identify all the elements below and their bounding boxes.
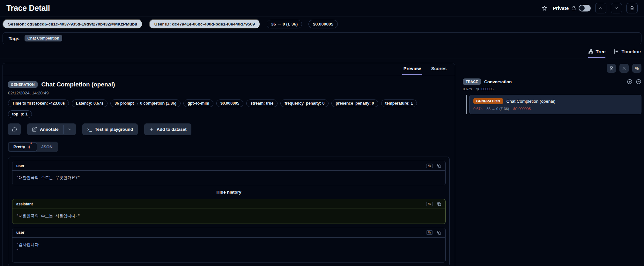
public-toggle[interactable] [579, 5, 591, 11]
metrics-toggle-button[interactable]: % [632, 64, 641, 73]
lock-icon [571, 5, 576, 11]
cost-pill: $0.000005 [308, 20, 338, 28]
tags-box: Tags Chat Competition [3, 32, 641, 44]
circle-minus-icon [636, 79, 641, 85]
trace-tree-panel: % TRACE Conversation [463, 63, 641, 114]
topbar: Trace Detail Private [0, 0, 644, 17]
badge-time-to-first-token: Time to first token: -423.00s [8, 100, 69, 107]
generation-node-header: GENERATION Chat Completion (openai) [473, 98, 637, 104]
tree-toolbar: % [463, 64, 641, 73]
tab-pretty[interactable]: Pretty ✦✦ [9, 143, 37, 151]
plus-icon [149, 127, 154, 132]
message-role: user [16, 230, 24, 235]
star-icon [541, 5, 548, 11]
copy-button[interactable] [437, 163, 441, 168]
view-tabs: Tree Timeline [0, 46, 644, 58]
badge-token-usage: 36 prompt → 0 completion (Σ 36) [110, 100, 181, 107]
trash-icon [629, 5, 635, 11]
terminal-icon: >_ [87, 127, 92, 132]
session-pill[interactable]: Session: cd3abcd6-c81c-4037-935d-19d9f27… [3, 19, 143, 29]
badge-presence-penalty: presence_penalty: 0 [331, 100, 378, 107]
page-title: Trace Detail [6, 4, 50, 13]
previous-trace-button[interactable] [595, 3, 606, 13]
generation-node-card[interactable]: GENERATION Chat Completion (openai) 0.67… [469, 95, 641, 114]
markdown-toggle-icon[interactable]: M↓ [426, 164, 433, 168]
delete-trace-button[interactable] [626, 3, 638, 13]
expand-all-button[interactable] [627, 79, 633, 85]
hide-history-button[interactable]: Hide history [216, 190, 241, 195]
annotate-split-button: Annotate [27, 123, 76, 135]
observation-header: GENERATION Chat Completion (openai) [8, 81, 450, 88]
bookmark-star-button[interactable] [541, 5, 548, 11]
trace-type-badge: TRACE [463, 78, 481, 85]
collapse-all-button[interactable] [619, 64, 629, 73]
tab-pretty-label: Pretty [13, 144, 25, 149]
observation-badges-row-1: Time to first token: -423.00s Latency: 0… [8, 100, 450, 107]
tree-expand-controls [627, 79, 641, 85]
annotate-label: Annotate [40, 127, 59, 132]
node-cost: $0.000005 [513, 107, 530, 111]
badge-cost: $0.000005 [216, 100, 243, 107]
percent-icon: % [635, 66, 639, 71]
tab-preview[interactable]: Preview [402, 66, 422, 75]
annotate-button[interactable]: Annotate [27, 123, 63, 135]
generation-node-title: Chat Completion (openai) [507, 99, 556, 104]
test-in-playground-button[interactable]: >_ Test in playground [82, 123, 138, 135]
timeline-icon [614, 49, 619, 54]
pen-square-icon [32, 127, 37, 132]
next-trace-button[interactable] [611, 3, 622, 13]
user-id-pill[interactable]: User ID: dc47a41e-06bc-400d-bde1-f0e440d… [149, 19, 260, 29]
observation-card: Preview Scores GENERATION Chat Completio… [3, 63, 455, 266]
privacy-label: Private [553, 5, 569, 11]
tree-icon [588, 49, 594, 54]
message-content: "대한민국의 수도는 무엇인가요?" [12, 171, 445, 185]
format-tabs: Pretty ✦✦ JSON [8, 142, 58, 152]
annotate-dropdown-button[interactable] [64, 123, 76, 135]
tab-timeline[interactable]: Timeline [614, 49, 641, 58]
trace-cost: $0.000005 [476, 87, 493, 91]
message-role: assistant [16, 202, 33, 206]
generation-node-metrics: 0.67s 36 → 0 (Σ 36) $0.000005 [473, 107, 637, 111]
badge-model[interactable]: gpt-4o-mini [183, 100, 213, 107]
chevron-up-icon [598, 5, 603, 11]
badge-top-p: top_p: 1 [8, 110, 32, 118]
message-role: user [16, 164, 24, 168]
comments-button[interactable] [8, 123, 21, 135]
add-to-dataset-button[interactable]: Add to dataset [144, 123, 191, 135]
badge-temperature: temperature: 1 [381, 100, 417, 107]
message-tools: M↓ [426, 230, 441, 235]
message-header: user M↓ [12, 161, 445, 171]
badge-frequency-penalty: frequency_penalty: 0 [280, 100, 329, 107]
panel-tabs: Preview Scores [3, 63, 455, 75]
copy-icon [437, 202, 441, 206]
token-usage-pill: 36 → 0 (Σ 36) [267, 20, 302, 28]
trace-meta-row: Session: cd3abcd6-c81c-4037-935d-19d9f27… [0, 17, 644, 31]
trace-root-row[interactable]: TRACE Conversation [463, 78, 641, 85]
circle-plus-icon [627, 79, 633, 85]
trace-root-label: TRACE Conversation [463, 78, 512, 85]
trace-root-metrics: 0.67s $0.000005 [463, 87, 641, 91]
observation-badges-row-2: top_p: 1 [8, 110, 450, 118]
message-tools: M↓ [426, 202, 441, 206]
tab-json[interactable]: JSON [37, 143, 57, 151]
markdown-toggle-icon[interactable]: M↓ [426, 230, 433, 235]
message-header: user M↓ [12, 228, 445, 238]
observation-title: Chat Completion (openai) [41, 81, 115, 88]
tab-scores[interactable]: Scores [430, 66, 448, 75]
copy-button[interactable] [437, 230, 441, 235]
observation-body: GENERATION Chat Completion (openai) 02/1… [3, 75, 455, 266]
message-tools: M↓ [426, 163, 441, 168]
message-content: "대한민국의 수도는 서울입니다." [12, 209, 445, 223]
badge-latency: Latency: 0.67s [72, 100, 107, 107]
tag-chat-competition[interactable]: Chat Competition [25, 35, 62, 41]
scores-toggle-button[interactable] [607, 64, 616, 73]
tab-tree-label: Tree [596, 49, 606, 54]
comment-bubble-icon [12, 127, 17, 132]
trace-latency: 0.67s [463, 87, 472, 91]
tab-tree[interactable]: Tree [588, 49, 606, 58]
copy-button[interactable] [437, 202, 441, 206]
markdown-toggle-icon[interactable]: M↓ [426, 202, 433, 206]
privacy-control: Private [553, 5, 591, 11]
message-header: assistant M↓ [12, 199, 445, 209]
collapse-tree-button[interactable] [636, 79, 641, 85]
